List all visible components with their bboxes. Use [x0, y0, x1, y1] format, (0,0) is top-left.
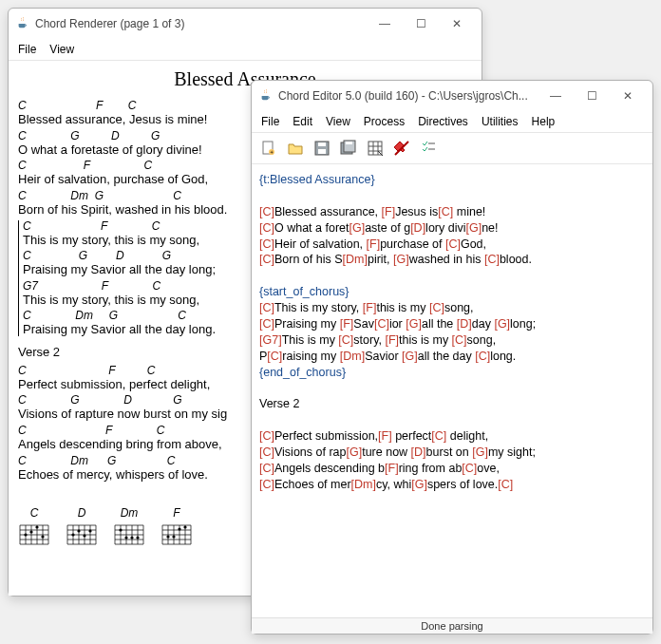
menu-help[interactable]: Help [526, 113, 561, 130]
editor-toolbar: ✳ [252, 133, 652, 164]
chord-diagram: F [161, 507, 193, 550]
editor-line[interactable]: [C]Echoes of mer[Dm]cy, whi[G]spers of l… [259, 477, 645, 493]
svg-point-3 [41, 535, 44, 538]
menu-file[interactable]: File [12, 41, 42, 58]
svg-rect-21 [318, 149, 326, 154]
svg-point-2 [35, 525, 38, 528]
svg-point-4 [71, 533, 74, 536]
open-file-button[interactable] [284, 137, 307, 160]
grid-button[interactable] [364, 137, 387, 160]
chord-diagram: Dm [113, 507, 145, 550]
editor-line[interactable]: Verse 2 [259, 396, 645, 412]
chord-diagram: D [66, 507, 98, 550]
svg-point-7 [88, 529, 91, 532]
editor-line[interactable]: [C]Perfect submission,[F] perfect[C] del… [259, 428, 645, 445]
editor-line[interactable]: [C]Heir of salvation, [F]purchase of [C]… [259, 237, 645, 253]
svg-point-13 [172, 535, 175, 538]
svg-point-9 [124, 536, 127, 539]
editor-line[interactable]: [C]This is my story, [F]this is my [C]so… [259, 300, 645, 316]
minimize-button[interactable]: — [538, 86, 573, 105]
editor-line[interactable] [259, 412, 645, 428]
minimize-button[interactable]: — [368, 14, 402, 33]
menu-edit[interactable]: Edit [287, 113, 318, 130]
svg-point-11 [136, 536, 139, 539]
renderer-titlebar[interactable]: Chord Renderer (page 1 of 3) — ☐ ✕ [9, 9, 482, 39]
svg-point-6 [83, 534, 85, 537]
editor-text-area[interactable]: {t:Blessed Assurance} [C]Blessed assuran… [252, 164, 652, 617]
menu-utilities[interactable]: Utilities [476, 113, 524, 130]
svg-point-0 [24, 533, 27, 536]
editor-line[interactable]: P[C]raising my [Dm]Savior [G]all the day… [259, 349, 645, 365]
editor-window: Chord Editor 5.0 (build 160) - C:\Users\… [251, 80, 653, 635]
close-button[interactable]: ✕ [440, 14, 474, 33]
pin-off-button[interactable] [390, 137, 413, 160]
editor-line[interactable]: [C]Angels descending b[F]ring from ab[C]… [259, 461, 645, 477]
editor-title: Chord Editor 5.0 (build 160) - C:\Users\… [278, 89, 538, 103]
java-icon [16, 16, 29, 32]
editor-menubar: FileEditViewProcessDirectivesUtilitiesHe… [252, 111, 652, 133]
svg-point-8 [119, 528, 122, 531]
renderer-title: Chord Renderer (page 1 of 3) [35, 17, 368, 30]
status-bar: Done parsing [252, 617, 652, 634]
menu-view[interactable]: View [44, 41, 80, 58]
editor-line[interactable]: [G7]This is my [C]story, [F]this is my [… [259, 332, 645, 349]
java-icon [259, 88, 273, 104]
svg-point-10 [130, 536, 133, 539]
editor-line[interactable]: [C]Visions of rap[G]ture now [D]burst on… [259, 445, 645, 461]
svg-point-14 [178, 527, 180, 530]
menu-file[interactable]: File [255, 113, 285, 130]
save-button[interactable] [311, 137, 333, 160]
maximize-button[interactable]: ☐ [404, 14, 438, 33]
editor-line[interactable]: {end_of_chorus} [259, 365, 645, 381]
svg-point-5 [77, 529, 80, 532]
editor-line[interactable]: [C]Born of his S[Dm]pirit, [G]washed in … [259, 252, 645, 268]
editor-line[interactable] [259, 268, 645, 284]
new-file-button[interactable]: ✳ [257, 137, 280, 160]
editor-line[interactable]: {start_of_chorus} [259, 284, 645, 300]
editor-line[interactable]: [C]O what a foret[G]aste of g[D]lory div… [259, 220, 645, 237]
svg-point-15 [183, 525, 186, 528]
chord-diagram: C [18, 507, 50, 550]
svg-point-12 [166, 535, 169, 538]
menu-view[interactable]: View [320, 113, 356, 130]
maximize-button[interactable]: ☐ [575, 86, 609, 105]
menu-process[interactable]: Process [358, 113, 410, 130]
editor-line[interactable] [259, 188, 645, 204]
renderer-menubar: File View [9, 39, 482, 61]
editor-titlebar[interactable]: Chord Editor 5.0 (build 160) - C:\Users\… [252, 81, 652, 111]
editor-line[interactable] [259, 380, 645, 396]
save-all-button[interactable] [337, 137, 360, 160]
svg-point-1 [29, 530, 32, 533]
menu-directives[interactable]: Directives [412, 113, 474, 130]
svg-text:✳: ✳ [270, 149, 274, 155]
svg-rect-24 [346, 142, 352, 144]
editor-line[interactable]: [C]Blessed assurance, [F]Jesus is[C] min… [259, 204, 645, 220]
editor-line[interactable]: [C]Praising my [F]Sav[C]ior [G]all the [… [259, 316, 645, 332]
checklist-button[interactable] [417, 137, 440, 160]
editor-line[interactable]: {t:Blessed Assurance} [259, 172, 645, 188]
close-button[interactable]: ✕ [611, 86, 645, 105]
svg-rect-20 [318, 142, 326, 146]
